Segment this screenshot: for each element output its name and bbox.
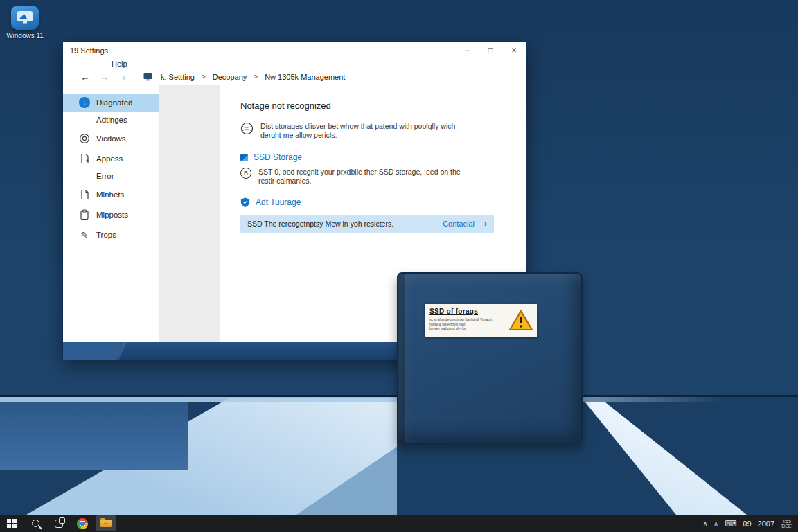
tray-chevron-up-icon[interactable]: ∧ bbox=[703, 520, 708, 527]
window-menubar: Help bbox=[63, 59, 526, 69]
minimize-button[interactable]: − bbox=[455, 42, 479, 59]
sidebar-item-label: Adtinges bbox=[96, 116, 127, 124]
sidebar-item-label: Error bbox=[96, 172, 114, 180]
globe-icon bbox=[240, 122, 254, 135]
breadcrumb-separator: > bbox=[202, 73, 206, 80]
taskbar-search-button[interactable] bbox=[24, 515, 47, 532]
sidebar-item-adtinges[interactable]: Adtinges bbox=[63, 114, 159, 126]
clipboard-icon bbox=[79, 209, 90, 220]
sidebar-item-appess[interactable]: Appess bbox=[63, 150, 159, 168]
ssd-device-box: SSD of forags sc st af ande proximas fta… bbox=[397, 272, 583, 444]
close-button[interactable]: × bbox=[502, 42, 526, 59]
keyboard-tray-icon[interactable]: ⌨ bbox=[725, 519, 736, 529]
breadcrumb-item-management[interactable]: Nw 1305k Management bbox=[265, 73, 345, 81]
shield-icon bbox=[240, 197, 250, 208]
action-row-text: SSD The rereogetnptsy Mew in yoh resicte… bbox=[247, 220, 393, 228]
tray-chevron-up-icon[interactable]: ∧ bbox=[713, 520, 718, 527]
ssd-device-label: SSD of forags sc st af ande proximas fta… bbox=[425, 304, 537, 337]
section-ssd-storage: SSD Storage bbox=[240, 152, 526, 162]
windows11-app-icon[interactable] bbox=[11, 6, 39, 30]
chrome-taskbar-button[interactable] bbox=[71, 515, 94, 532]
b-badge-icon: B bbox=[240, 168, 251, 179]
breadcrumb-item-company[interactable]: Decopany bbox=[213, 73, 247, 81]
device-label-smallprint: sc st af ande proximas ftashd-all Voyagr… bbox=[429, 317, 502, 331]
sidebar-item-label: Appess bbox=[96, 154, 123, 163]
maximize-button[interactable]: □ bbox=[479, 42, 502, 59]
pencil-icon: ✎ bbox=[79, 230, 90, 240]
at-circle-icon bbox=[79, 133, 90, 144]
wallpaper-front-edge-highlight bbox=[0, 397, 720, 402]
start-button[interactable] bbox=[0, 515, 24, 532]
menu-help[interactable]: Help bbox=[112, 60, 127, 68]
wallpaper-floor-center bbox=[0, 397, 188, 470]
task-view-icon bbox=[55, 520, 63, 528]
search-icon bbox=[32, 520, 39, 527]
chrome-icon bbox=[77, 518, 88, 529]
sidebar-item-label: Vicdows bbox=[96, 134, 126, 143]
window-title: 19 Settings bbox=[70, 46, 108, 55]
tray-time[interactable]: 09 bbox=[743, 520, 751, 528]
intro-text: Dist storages dlisver bet whow that pate… bbox=[260, 122, 455, 140]
sidebar-item-mipposts[interactable]: Mipposts bbox=[63, 206, 159, 224]
tray-year[interactable]: 2007 bbox=[758, 520, 774, 528]
sidebar-item-label: Minhets bbox=[96, 190, 124, 199]
tray-mini-time: 4:55 bbox=[782, 519, 791, 524]
windows-start-icon bbox=[7, 519, 17, 529]
tray-mini-date: [DEE] bbox=[781, 524, 792, 529]
sidebar-item-minhets[interactable]: Minhets bbox=[63, 186, 159, 204]
content-divider-panel bbox=[159, 85, 220, 342]
back-arrow-icon[interactable]: ← bbox=[76, 71, 95, 82]
tray-clock-stack[interactable]: 4:55 [DEE] bbox=[781, 519, 792, 529]
document-plus-icon bbox=[79, 153, 90, 164]
sidebar-item-label: Mipposts bbox=[96, 211, 128, 219]
warning-triangle-icon bbox=[508, 310, 533, 331]
contacial-link[interactable]: Contacial bbox=[443, 220, 475, 228]
document-icon bbox=[79, 189, 90, 200]
page-title: Notage not recognized bbox=[240, 100, 526, 111]
section-title: Adt Tuurage bbox=[256, 197, 301, 207]
breadcrumb-pc-icon bbox=[143, 73, 152, 81]
intro-paragraph: Dist storages dlisver bet whow that pate… bbox=[240, 122, 526, 140]
system-tray: ∧ ∧ ⌨ 09 2007 4:55 [DEE] bbox=[703, 519, 798, 529]
sidebar-item-vicdows[interactable]: Vicdows bbox=[63, 130, 159, 148]
task-view-button[interactable] bbox=[47, 515, 71, 532]
chevron-right-icon: › bbox=[484, 219, 487, 229]
ssd-storage-icon bbox=[240, 154, 248, 161]
taskbar: → ∧ ∧ ⌨ 09 2007 4:55 [DEE] bbox=[0, 515, 798, 532]
redo-arrow-icon[interactable]: › bbox=[114, 71, 134, 82]
sidebar-item-error[interactable]: Error bbox=[63, 170, 159, 182]
sync-circle-icon: ↓ bbox=[79, 97, 90, 108]
folder-arrow-icon: → bbox=[103, 519, 109, 526]
window-navbar: ← → › k. Settting > Decopany > Nw 1305k … bbox=[63, 69, 526, 85]
sidebar-item-trops[interactable]: ✎ Trops bbox=[63, 226, 159, 244]
ssd-paragraph: B SST 0, ood recgnit your prxdblie ther … bbox=[240, 168, 526, 186]
file-explorer-button[interactable]: → bbox=[96, 515, 116, 531]
desktop-shortcut-windows11[interactable]: Windows 11 bbox=[4, 6, 46, 39]
monitor-icon bbox=[17, 10, 33, 25]
ssd-text: SST 0, ood recgnit your prxdblie ther SS… bbox=[258, 168, 461, 186]
breadcrumb-item-settings[interactable]: k. Settting bbox=[161, 73, 195, 81]
forward-arrow-icon[interactable]: → bbox=[95, 71, 114, 82]
shortcut-label: Windows 11 bbox=[4, 32, 46, 39]
breadcrumb-separator: > bbox=[254, 73, 258, 80]
storage-action-row[interactable]: SSD The rereogetnptsy Mew in yoh resicte… bbox=[240, 215, 494, 233]
window-controls: − □ × bbox=[455, 42, 526, 59]
sidebar-item-label: Diagnated bbox=[96, 98, 132, 107]
sidebar-item-diagnated[interactable]: ↓ Diagnated bbox=[63, 94, 159, 112]
sidebar: ↓ Diagnated Adtinges Vicdows Appess bbox=[63, 85, 159, 342]
sidebar-item-label: Trops bbox=[96, 231, 116, 239]
window-titlebar[interactable]: 19 Settings − □ × bbox=[63, 42, 526, 59]
section-adt-tuurage: Adt Tuurage bbox=[240, 197, 526, 208]
section-title: SSD Storage bbox=[254, 152, 302, 162]
